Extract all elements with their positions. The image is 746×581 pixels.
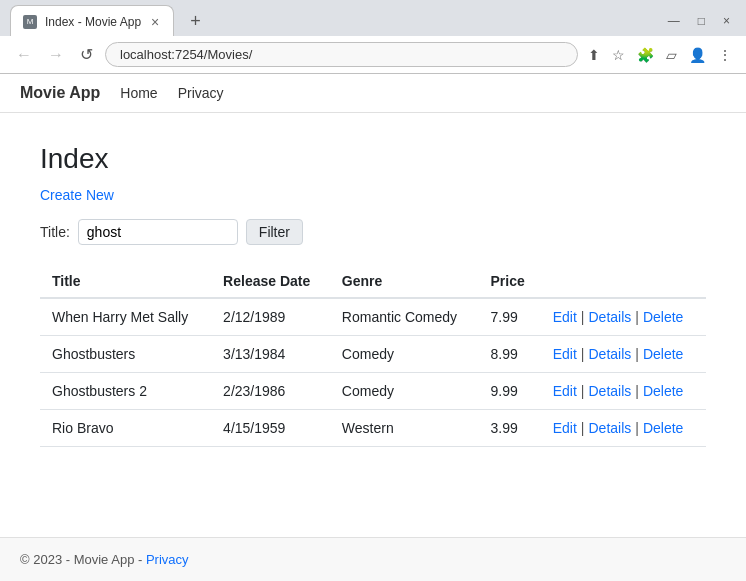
forward-button[interactable]: → [44,44,68,66]
close-button[interactable]: × [717,12,736,30]
table-row: Rio Bravo 4/15/1959 Western 3.99 Edit | … [40,410,706,447]
maximize-button[interactable]: □ [692,12,711,30]
cell-actions: Edit | Details | Delete [541,373,706,410]
details-link[interactable]: Details [589,383,632,399]
cell-title: Rio Bravo [40,410,211,447]
reload-button[interactable]: ↺ [76,43,97,66]
cell-title: Ghostbusters 2 [40,373,211,410]
window-controls: — □ × [662,12,736,30]
tab-title: Index - Movie App [45,15,141,29]
sep-2: | [635,346,639,362]
create-new-link[interactable]: Create New [40,187,114,203]
movies-table: Title Release Date Genre Price When Harr… [40,265,706,447]
menu-icon[interactable]: ⋮ [716,45,734,65]
col-price: Price [479,265,541,298]
toolbar-icons: ⬆ ☆ 🧩 ▱ 👤 ⋮ [586,45,734,65]
col-genre: Genre [330,265,479,298]
details-link[interactable]: Details [589,420,632,436]
nav-home-link[interactable]: Home [120,85,157,101]
cell-price: 3.99 [479,410,541,447]
delete-link[interactable]: Delete [643,420,683,436]
delete-link[interactable]: Delete [643,309,683,325]
cell-release-date: 2/12/1989 [211,298,330,336]
sidebar-icon[interactable]: ▱ [664,45,679,65]
sep-2: | [635,309,639,325]
cell-price: 7.99 [479,298,541,336]
sep-1: | [581,420,585,436]
table-row: Ghostbusters 2 2/23/1986 Comedy 9.99 Edi… [40,373,706,410]
favicon-icon: M [23,15,37,29]
delete-link[interactable]: Delete [643,346,683,362]
page-title: Index [40,143,706,175]
edit-link[interactable]: Edit [553,383,577,399]
filter-label: Title: [40,224,70,240]
extension-icon[interactable]: 🧩 [635,45,656,65]
cell-genre: Comedy [330,373,479,410]
sep-2: | [635,383,639,399]
browser-tab[interactable]: M Index - Movie App × [10,5,174,37]
site-footer: © 2023 - Movie App - Privacy [0,537,746,581]
cell-genre: Comedy [330,336,479,373]
nav-privacy-link[interactable]: Privacy [178,85,224,101]
address-input[interactable] [105,42,578,67]
browser-window: M Index - Movie App × + — □ × ← → ↺ ⬆ ☆ … [0,0,746,581]
footer-text: © 2023 - Movie App - [20,552,146,567]
cell-price: 8.99 [479,336,541,373]
cell-title: Ghostbusters [40,336,211,373]
sep-2: | [635,420,639,436]
cell-release-date: 2/23/1986 [211,373,330,410]
details-link[interactable]: Details [589,309,632,325]
filter-input[interactable] [78,219,238,245]
sep-1: | [581,383,585,399]
cell-title: When Harry Met Sally [40,298,211,336]
table-row: Ghostbusters 3/13/1984 Comedy 8.99 Edit … [40,336,706,373]
minimize-button[interactable]: — [662,12,686,30]
bookmark-icon[interactable]: ☆ [610,45,627,65]
cell-release-date: 3/13/1984 [211,336,330,373]
site-navbar: Movie App Home Privacy [0,74,746,113]
share-icon[interactable]: ⬆ [586,45,602,65]
address-bar: ← → ↺ ⬆ ☆ 🧩 ▱ 👤 ⋮ [0,36,746,74]
col-release-date: Release Date [211,265,330,298]
details-link[interactable]: Details [589,346,632,362]
page-content: Index Create New Title: Filter Title Rel… [0,113,746,537]
edit-link[interactable]: Edit [553,309,577,325]
cell-actions: Edit | Details | Delete [541,336,706,373]
title-bar-left: M Index - Movie App × + [10,5,207,37]
col-actions [541,265,706,298]
filter-button[interactable]: Filter [246,219,303,245]
sep-1: | [581,309,585,325]
back-button[interactable]: ← [12,44,36,66]
edit-link[interactable]: Edit [553,346,577,362]
cell-actions: Edit | Details | Delete [541,410,706,447]
col-title: Title [40,265,211,298]
cell-genre: Western [330,410,479,447]
cell-genre: Romantic Comedy [330,298,479,336]
new-tab-button[interactable]: + [184,11,207,32]
table-row: When Harry Met Sally 2/12/1989 Romantic … [40,298,706,336]
delete-link[interactable]: Delete [643,383,683,399]
table-header-row: Title Release Date Genre Price [40,265,706,298]
cell-actions: Edit | Details | Delete [541,298,706,336]
tab-close-button[interactable]: × [149,15,161,29]
footer-privacy-link[interactable]: Privacy [146,552,189,567]
title-bar: M Index - Movie App × + — □ × [0,0,746,36]
edit-link[interactable]: Edit [553,420,577,436]
filter-row: Title: Filter [40,219,706,245]
sep-1: | [581,346,585,362]
profile-icon[interactable]: 👤 [687,45,708,65]
cell-release-date: 4/15/1959 [211,410,330,447]
cell-price: 9.99 [479,373,541,410]
site-brand: Movie App [20,84,100,102]
